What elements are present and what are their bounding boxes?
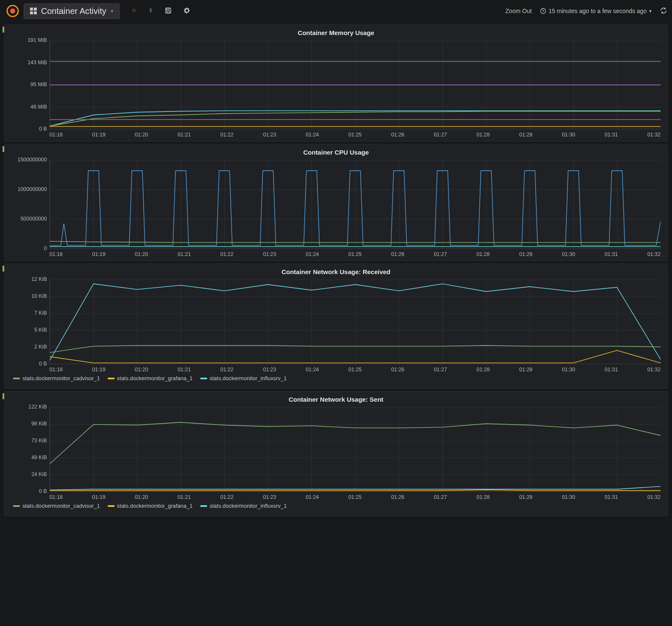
panel-indicator — [3, 266, 4, 272]
x-tick-label: 01:19 — [92, 494, 105, 500]
x-tick-label: 01:20 — [135, 251, 148, 257]
y-tick-label: 500000000 — [20, 216, 47, 222]
x-tick-label: 01:20 — [135, 367, 148, 373]
y-tick-label: 0 B — [39, 361, 47, 367]
legend-item[interactable]: stats.dockermonitor_influxsrv_1 — [200, 375, 287, 381]
x-tick-label: 01:18 — [49, 132, 63, 138]
x-tick-label: 01:30 — [562, 132, 575, 138]
x-tick-label: 01:22 — [220, 251, 233, 257]
refresh-icon[interactable] — [660, 7, 667, 15]
x-tick-label: 01:27 — [434, 367, 447, 373]
x-tick-label: 01:29 — [519, 367, 533, 373]
x-tick-label: 01:31 — [605, 132, 618, 138]
nav-right: Zoom Out 15 minutes ago to a few seconds… — [505, 7, 667, 15]
gear-icon[interactable] — [183, 7, 190, 15]
panels-container: Container Memory Usage 191 MiB143 MiB95 … — [0, 24, 672, 516]
save-icon[interactable] — [165, 7, 172, 15]
x-tick-label: 01:27 — [434, 494, 447, 500]
x-tick-label: 01:21 — [178, 367, 191, 373]
y-tick-label: 95 MiB — [30, 82, 47, 87]
chart[interactable]: 122 KiB98 KiB73 KiB49 KiB24 KiB0 B 01:18… — [5, 405, 667, 516]
legend-label: stats.dockermonitor_cadvisor_1 — [22, 503, 100, 509]
x-axis: 01:1801:1901:2001:2101:2201:2301:2401:25… — [49, 249, 661, 257]
x-tick-label: 01:28 — [476, 367, 489, 373]
panel-cpu: Container CPU Usage 15000000001000000000… — [4, 144, 668, 261]
x-tick-label: 01:32 — [647, 251, 661, 257]
navbar: Container Activity ▾ ☆ ⇪ Zoom Out 15 min… — [0, 0, 672, 22]
share-icon[interactable]: ⇪ — [148, 7, 153, 15]
legend: stats.dockermonitor_cadvisor_1 stats.doc… — [11, 500, 661, 512]
legend-label: stats.dockermonitor_influxsrv_1 — [210, 375, 287, 381]
y-tick-label: 5 KiB — [34, 327, 47, 333]
y-axis: 122 KiB98 KiB73 KiB49 KiB24 KiB0 B — [11, 407, 49, 492]
chart[interactable]: 150000000010000000005000000000 01:1801:1… — [5, 158, 667, 261]
plot-area[interactable] — [49, 280, 661, 364]
y-tick-label: 98 KiB — [31, 421, 47, 427]
legend: stats.dockermonitor_cadvisor_1 stats.doc… — [11, 373, 661, 385]
grid-icon — [30, 8, 37, 14]
panel-net_rx: Container Network Usage: Received 12 KiB… — [4, 264, 668, 389]
x-tick-label: 01:21 — [178, 251, 191, 257]
x-tick-label: 01:22 — [220, 367, 233, 373]
x-tick-label: 01:25 — [348, 251, 361, 257]
y-tick-label: 191 MiB — [27, 37, 47, 43]
y-tick-label: 2 KiB — [34, 344, 47, 350]
panel-title[interactable]: Container Network Usage: Sent — [5, 392, 667, 405]
legend-item[interactable]: stats.dockermonitor_cadvisor_1 — [13, 503, 100, 509]
x-tick-label: 01:29 — [519, 251, 533, 257]
legend-label: stats.dockermonitor_influxsrv_1 — [210, 503, 287, 509]
dashboard-picker[interactable]: Container Activity ▾ — [24, 3, 120, 19]
panel-title[interactable]: Container Memory Usage — [5, 25, 667, 38]
panel-title[interactable]: Container CPU Usage — [5, 144, 667, 158]
star-icon[interactable]: ☆ — [131, 7, 137, 15]
legend-item[interactable]: stats.dockermonitor_cadvisor_1 — [13, 375, 100, 381]
timerange-picker[interactable]: 15 minutes ago to a few seconds ago ▾ — [540, 8, 652, 14]
x-tick-label: 01:23 — [263, 251, 276, 257]
x-tick-label: 01:28 — [476, 251, 489, 257]
x-tick-label: 01:21 — [178, 132, 191, 138]
plot-area[interactable] — [49, 160, 661, 249]
plot-area[interactable] — [49, 41, 661, 129]
legend-item[interactable]: stats.dockermonitor_influxsrv_1 — [200, 503, 287, 509]
chevron-down-icon: ▾ — [649, 8, 652, 14]
x-tick-label: 01:29 — [519, 494, 533, 500]
panel-title[interactable]: Container Network Usage: Received — [5, 264, 667, 277]
legend-swatch — [13, 378, 20, 379]
chevron-down-icon: ▾ — [111, 8, 113, 14]
x-tick-label: 01:19 — [92, 132, 105, 138]
legend-label: stats.dockermonitor_grafana_1 — [117, 375, 193, 381]
y-tick-label: 24 KiB — [31, 471, 47, 477]
y-tick-label: 73 KiB — [31, 438, 47, 444]
x-tick-label: 01:27 — [434, 251, 447, 257]
dashboard-title: Container Activity — [41, 6, 107, 16]
legend-label: stats.dockermonitor_cadvisor_1 — [22, 375, 100, 381]
legend-item[interactable]: stats.dockermonitor_grafana_1 — [108, 375, 193, 381]
x-tick-label: 01:25 — [348, 494, 361, 500]
legend-swatch — [200, 378, 207, 379]
x-tick-label: 01:23 — [263, 367, 276, 373]
chart[interactable]: 191 MiB143 MiB95 MiB48 MiB0 B 01:1801:19… — [5, 38, 667, 141]
x-tick-label: 01:31 — [605, 494, 618, 500]
timerange-label: 15 minutes ago to a few seconds ago — [549, 8, 647, 14]
y-axis: 191 MiB143 MiB95 MiB48 MiB0 B — [11, 41, 49, 129]
x-axis: 01:1801:1901:2001:2101:2201:2301:2401:25… — [49, 492, 661, 500]
legend-item[interactable]: stats.dockermonitor_grafana_1 — [108, 503, 193, 509]
legend-swatch — [108, 505, 115, 507]
x-axis: 01:1801:1901:2001:2101:2201:2301:2401:25… — [49, 364, 661, 373]
x-tick-label: 01:25 — [348, 367, 361, 373]
x-tick-label: 01:22 — [220, 132, 233, 138]
x-tick-label: 01:26 — [391, 132, 404, 138]
plot-area[interactable] — [49, 407, 661, 492]
x-tick-label: 01:18 — [49, 367, 63, 373]
grafana-logo[interactable] — [5, 3, 20, 19]
zoom-out-button[interactable]: Zoom Out — [505, 8, 532, 14]
y-tick-label: 0 B — [39, 126, 47, 132]
x-tick-label: 01:24 — [306, 251, 319, 257]
x-tick-label: 01:29 — [519, 132, 533, 138]
y-tick-label: 10 KiB — [31, 293, 47, 299]
y-axis: 12 KiB10 KiB7 KiB5 KiB2 KiB0 B — [11, 280, 49, 364]
y-tick-label: 1500000000 — [17, 157, 47, 163]
x-tick-label: 01:18 — [49, 251, 63, 257]
x-tick-label: 01:19 — [92, 251, 105, 257]
chart[interactable]: 12 KiB10 KiB7 KiB5 KiB2 KiB0 B 01:1801:1… — [5, 277, 667, 388]
